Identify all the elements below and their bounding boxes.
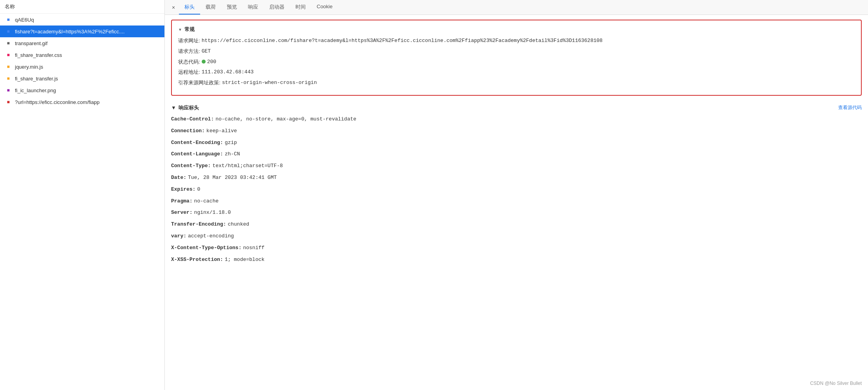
- header-value: chunked: [228, 221, 249, 229]
- header-name: Expires:: [171, 186, 195, 194]
- doc-icon: ■: [5, 28, 12, 35]
- sidebar-item-label: fishare?t=academy&l=https%3A%2F%2Feficc.…: [15, 29, 125, 35]
- tab-payload[interactable]: 载荷: [200, 0, 221, 15]
- remote-address-label: 远程地址:: [178, 68, 200, 77]
- header-row: Content-Encoding: gzip: [171, 138, 862, 148]
- header-name: X-XSS-Protection:: [171, 256, 223, 264]
- tab-response[interactable]: 响应: [243, 0, 264, 15]
- sidebar-item[interactable]: ■ transparent.gif: [0, 37, 164, 49]
- tab-timing[interactable]: 时间: [290, 0, 311, 15]
- header-value: text/html;charset=UTF-8: [212, 162, 283, 170]
- header-name: Date:: [171, 174, 186, 182]
- sidebar-item[interactable]: ■ ?url=https://eficc.cicconline.com/fiap…: [0, 96, 164, 108]
- tab-cookie[interactable]: Cookie: [311, 0, 338, 15]
- request-method-label: 请求方法:: [178, 47, 200, 56]
- sidebar-header: 名称: [0, 0, 164, 14]
- header-name: Server:: [171, 209, 193, 217]
- css-icon: ■: [5, 51, 12, 58]
- headers-list: Cache-Control: no-cache, no-store, max-a…: [171, 115, 862, 264]
- header-row: Server: nginx/1.18.0: [171, 208, 862, 218]
- general-section-title: ▼ 常规: [178, 26, 855, 33]
- sidebar-item-label: fi_share_transfer.js: [15, 76, 58, 82]
- sidebar-item-label: fi_share_transfer.css: [15, 52, 62, 58]
- general-title-label: 常规: [184, 26, 195, 33]
- remote-address-row: 远程地址: 111.203.42.68:443: [178, 68, 855, 77]
- sidebar-item[interactable]: ■ jquery.min.js: [0, 61, 164, 73]
- request-url-value: https://eficc.cicconline.com/fishare?t=a…: [202, 37, 603, 45]
- referrer-policy-value: strict-origin-when-cross-origin: [222, 79, 317, 87]
- status-code-label: 状态代码:: [178, 58, 200, 66]
- js-icon: ■: [5, 63, 12, 70]
- close-panel-button[interactable]: ×: [168, 2, 179, 13]
- header-value: 0: [197, 186, 200, 194]
- header-value: no-cache, no-store, max-age=0, must-reva…: [215, 115, 356, 124]
- header-name: Content-Encoding:: [171, 139, 223, 147]
- header-value: nosniff: [243, 244, 264, 252]
- sidebar-item[interactable]: ■ fishare?t=academy&l=https%3A%2F%2Fefic…: [0, 26, 164, 37]
- header-name: vary:: [171, 232, 186, 241]
- header-name: Content-Type:: [171, 162, 211, 170]
- tabs-list: 标头载荷预览响应启动器时间Cookie: [179, 0, 338, 15]
- tab-preview[interactable]: 预览: [221, 0, 243, 15]
- main-panel: × 标头载荷预览响应启动器时间Cookie ▼ 常规 请求网址: https:/…: [165, 0, 868, 390]
- request-method-row: 请求方法: GET: [178, 47, 855, 56]
- header-name: Transfer-Encoding:: [171, 221, 226, 229]
- header-value: 1; mode=block: [225, 256, 264, 264]
- header-row: X-XSS-Protection: 1; mode=block: [171, 255, 862, 265]
- header-row: Content-Type: text/html;charset=UTF-8: [171, 161, 862, 171]
- response-headers-title: ▼ 响应标头: [171, 104, 199, 111]
- sidebar: 名称 ■ qAE6Uq ■ fishare?t=academy&l=https%…: [0, 0, 165, 390]
- response-headers-header: ▼ 响应标头 查看源代码: [171, 100, 862, 115]
- sidebar-item[interactable]: ■ fi_share_transfer.css: [0, 49, 164, 61]
- referrer-policy-label: 引荐来源网址政策:: [178, 79, 221, 87]
- header-row: Pragma: no-cache: [171, 197, 862, 206]
- header-row: vary: accept-encoding: [171, 231, 862, 241]
- remote-address-value: 111.203.42.68:443: [202, 68, 254, 77]
- header-row: Expires: 0: [171, 185, 862, 195]
- response-toggle-arrow[interactable]: ▼: [171, 105, 176, 111]
- status-code-row: 状态代码: 200: [178, 58, 855, 66]
- tabs-bar: × 标头载荷预览响应启动器时间Cookie: [165, 0, 868, 15]
- header-value: Tue, 28 Mar 2023 03:42:41 GMT: [188, 174, 277, 182]
- header-row: Transfer-Encoding: chunked: [171, 220, 862, 230]
- header-row: Content-Language: zh-CN: [171, 149, 862, 159]
- header-row: Date: Tue, 28 Mar 2023 03:42:41 GMT: [171, 173, 862, 183]
- header-value: accept-encoding: [188, 232, 234, 241]
- sidebar-item-label: fi_ic_launcher.png: [15, 87, 56, 93]
- response-headers-title-label: 响应标头: [179, 104, 199, 111]
- sidebar-item-label: qAE6Uq: [15, 17, 34, 23]
- header-value: zh-CN: [225, 150, 240, 159]
- js-icon: ■: [5, 75, 12, 82]
- view-source-link[interactable]: 查看源代码: [838, 104, 862, 111]
- header-name: Cache-Control:: [171, 115, 214, 124]
- response-headers-section: ▼ 响应标头 查看源代码 Cache-Control: no-cache, no…: [171, 100, 862, 264]
- header-value: gzip: [225, 139, 237, 147]
- request-url-label: 请求网址:: [178, 37, 200, 45]
- header-value: no-cache: [194, 197, 219, 206]
- header-row: Cache-Control: no-cache, no-store, max-a…: [171, 115, 862, 124]
- sidebar-item-label: jquery.min.js: [15, 64, 43, 70]
- header-name: Pragma:: [171, 197, 193, 206]
- status-dot: [202, 60, 206, 64]
- watermark: CSDN @No Silver Bullet: [810, 381, 862, 386]
- general-section: ▼ 常规 请求网址: https://eficc.cicconline.com/…: [171, 20, 862, 96]
- sidebar-list: ■ qAE6Uq ■ fishare?t=academy&l=https%3A%…: [0, 14, 164, 390]
- request-method-value: GET: [202, 47, 211, 56]
- sidebar-item[interactable]: ■ fi_ic_launcher.png: [0, 84, 164, 96]
- content-area: ▼ 常规 请求网址: https://eficc.cicconline.com/…: [165, 15, 868, 390]
- header-value: keep-alive: [206, 127, 237, 135]
- referrer-policy-row: 引荐来源网址政策: strict-origin-when-cross-origi…: [178, 79, 855, 87]
- sidebar-item-label: transparent.gif: [15, 40, 47, 46]
- header-name: Content-Language:: [171, 150, 223, 159]
- header-name: X-Content-Type-Options:: [171, 244, 241, 252]
- png-icon: ■: [5, 87, 12, 94]
- tab-headers[interactable]: 标头: [179, 0, 200, 15]
- tab-initiator[interactable]: 启动器: [264, 0, 290, 15]
- doc-icon: ■: [5, 16, 12, 23]
- sidebar-item[interactable]: ■ qAE6Uq: [0, 14, 164, 26]
- sidebar-item[interactable]: ■ fi_share_transfer.js: [0, 73, 164, 84]
- header-row: Connection: keep-alive: [171, 126, 862, 136]
- general-toggle-arrow[interactable]: ▼: [178, 27, 182, 32]
- header-value: nginx/1.18.0: [194, 209, 231, 217]
- link-icon: ■: [5, 98, 12, 106]
